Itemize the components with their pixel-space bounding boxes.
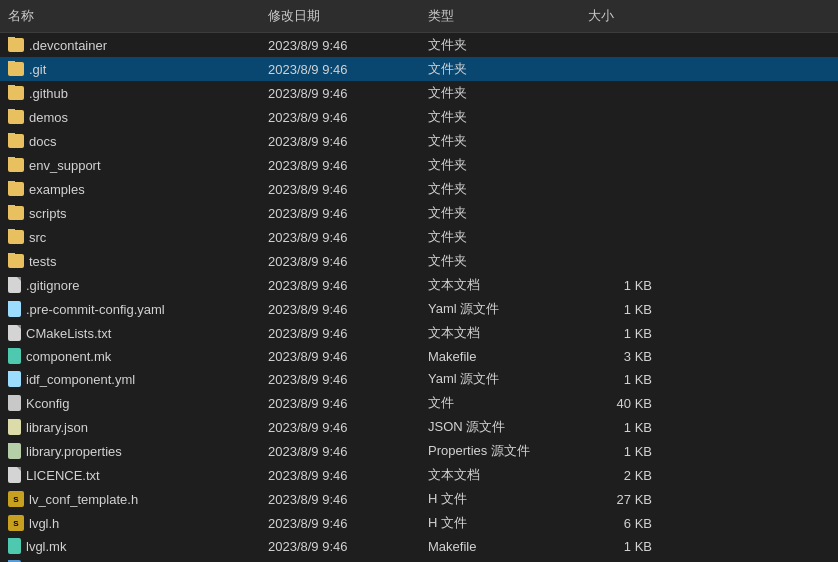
table-row[interactable]: library.json 2023/8/9 9:46 JSON 源文件 1 KB: [0, 415, 838, 439]
folder-icon: [8, 38, 24, 52]
file-name-cell: .devcontainer: [0, 37, 260, 54]
file-type: 文件夹: [420, 251, 580, 271]
table-row[interactable]: tests 2023/8/9 9:46 文件夹: [0, 249, 838, 273]
file-type: Makefile: [420, 538, 580, 555]
table-row[interactable]: scripts 2023/8/9 9:46 文件夹: [0, 201, 838, 225]
file-name: src: [29, 230, 46, 245]
file-name: .gitignore: [26, 278, 79, 293]
file-type: JSON 源文件: [420, 417, 580, 437]
file-name-cell: tests: [0, 253, 260, 270]
table-header: 名称 修改日期 类型 大小: [0, 0, 838, 33]
table-row[interactable]: S lvgl.h 2023/8/9 9:46 H 文件 6 KB: [0, 511, 838, 535]
generic-file-icon: [8, 395, 21, 411]
folder-icon: [8, 62, 24, 76]
file-modified: 2023/8/9 9:46: [260, 301, 420, 318]
file-size: [580, 92, 660, 94]
file-size: 1 KB: [580, 443, 660, 460]
text-file-icon: [8, 325, 21, 341]
folder-icon: [8, 182, 24, 196]
file-name-cell: S lvgl.h: [0, 514, 260, 532]
file-name: idf_component.yml: [26, 372, 135, 387]
file-type: 文件夹: [420, 227, 580, 247]
file-size: 1 KB: [580, 325, 660, 342]
file-name: tests: [29, 254, 56, 269]
file-name: lv_conf_template.h: [29, 492, 138, 507]
file-type: 文本文档: [420, 275, 580, 295]
file-type: 文件夹: [420, 155, 580, 175]
folder-icon: [8, 158, 24, 172]
col-type: 类型: [420, 4, 580, 28]
file-size: [580, 140, 660, 142]
file-type: 文件夹: [420, 179, 580, 199]
file-name: library.json: [26, 420, 88, 435]
folder-icon: [8, 86, 24, 100]
file-type: 文本文档: [420, 323, 580, 343]
file-modified: 2023/8/9 9:46: [260, 277, 420, 294]
file-type: Makefile: [420, 348, 580, 365]
table-row[interactable]: library.properties 2023/8/9 9:46 Propert…: [0, 439, 838, 463]
file-type: H 文件: [420, 489, 580, 509]
file-modified: 2023/8/9 9:46: [260, 348, 420, 365]
file-size: 27 KB: [580, 491, 660, 508]
file-name-cell: component.mk: [0, 347, 260, 365]
table-row[interactable]: idf_component.yml 2023/8/9 9:46 Yaml 源文件…: [0, 367, 838, 391]
file-modified: 2023/8/9 9:46: [260, 325, 420, 342]
file-modified: 2023/8/9 9:46: [260, 371, 420, 388]
text-file-icon: [8, 467, 21, 483]
file-size: [580, 164, 660, 166]
file-modified: 2023/8/9 9:46: [260, 515, 420, 532]
file-modified: 2023/8/9 9:46: [260, 157, 420, 174]
file-modified: 2023/8/9 9:46: [260, 395, 420, 412]
makefile-icon: [8, 538, 21, 554]
file-name: env_support: [29, 158, 101, 173]
file-name: scripts: [29, 206, 67, 221]
file-name-cell: scripts: [0, 205, 260, 222]
table-row[interactable]: src 2023/8/9 9:46 文件夹: [0, 225, 838, 249]
file-type: 文件夹: [420, 107, 580, 127]
file-type: Yaml 源文件: [420, 299, 580, 319]
file-type: 文件夹: [420, 83, 580, 103]
table-row[interactable]: lvgl.mk 2023/8/9 9:46 Makefile 1 KB: [0, 535, 838, 557]
table-row[interactable]: LICENCE.txt 2023/8/9 9:46 文本文档 2 KB: [0, 463, 838, 487]
file-type: 文件: [420, 393, 580, 413]
file-name: docs: [29, 134, 56, 149]
file-name: component.mk: [26, 349, 111, 364]
file-name-cell: .git: [0, 61, 260, 78]
file-size: 1 KB: [580, 301, 660, 318]
file-size: 1 KB: [580, 371, 660, 388]
table-row[interactable]: examples 2023/8/9 9:46 文件夹: [0, 177, 838, 201]
file-name-cell: S lv_conf_template.h: [0, 490, 260, 508]
table-row[interactable]: .devcontainer 2023/8/9 9:46 文件夹: [0, 33, 838, 57]
file-name-cell: examples: [0, 181, 260, 198]
file-size: 1 KB: [580, 419, 660, 436]
file-modified: 2023/8/9 9:46: [260, 181, 420, 198]
folder-icon: [8, 230, 24, 244]
table-row[interactable]: S lv_conf_template.h 2023/8/9 9:46 H 文件 …: [0, 487, 838, 511]
table-row[interactable]: demos 2023/8/9 9:46 文件夹: [0, 105, 838, 129]
table-row[interactable]: env_support 2023/8/9 9:46 文件夹: [0, 153, 838, 177]
file-name: CMakeLists.txt: [26, 326, 111, 341]
file-modified: 2023/8/9 9:46: [260, 491, 420, 508]
file-type: Yaml 源文件: [420, 369, 580, 389]
file-type: 文本文档: [420, 465, 580, 485]
file-name-cell: Kconfig: [0, 394, 260, 412]
yaml-file-icon: [8, 301, 21, 317]
file-name-cell: CMakeLists.txt: [0, 324, 260, 342]
table-row[interactable]: README.md 2023/8/9 9:46 Markdown File 24…: [0, 557, 838, 562]
file-name: lvgl.mk: [26, 539, 66, 554]
table-row[interactable]: .gitignore 2023/8/9 9:46 文本文档 1 KB: [0, 273, 838, 297]
table-row[interactable]: component.mk 2023/8/9 9:46 Makefile 3 KB: [0, 345, 838, 367]
table-row[interactable]: CMakeLists.txt 2023/8/9 9:46 文本文档 1 KB: [0, 321, 838, 345]
table-row[interactable]: .pre-commit-config.yaml 2023/8/9 9:46 Ya…: [0, 297, 838, 321]
table-row[interactable]: .git 2023/8/9 9:46 文件夹: [0, 57, 838, 81]
table-row[interactable]: Kconfig 2023/8/9 9:46 文件 40 KB: [0, 391, 838, 415]
file-size: [580, 236, 660, 238]
file-name-cell: .gitignore: [0, 276, 260, 294]
file-size: 6 KB: [580, 515, 660, 532]
file-type: Properties 源文件: [420, 441, 580, 461]
file-modified: 2023/8/9 9:46: [260, 109, 420, 126]
file-size: 2 KB: [580, 467, 660, 484]
table-row[interactable]: docs 2023/8/9 9:46 文件夹: [0, 129, 838, 153]
file-modified: 2023/8/9 9:46: [260, 419, 420, 436]
table-row[interactable]: .github 2023/8/9 9:46 文件夹: [0, 81, 838, 105]
